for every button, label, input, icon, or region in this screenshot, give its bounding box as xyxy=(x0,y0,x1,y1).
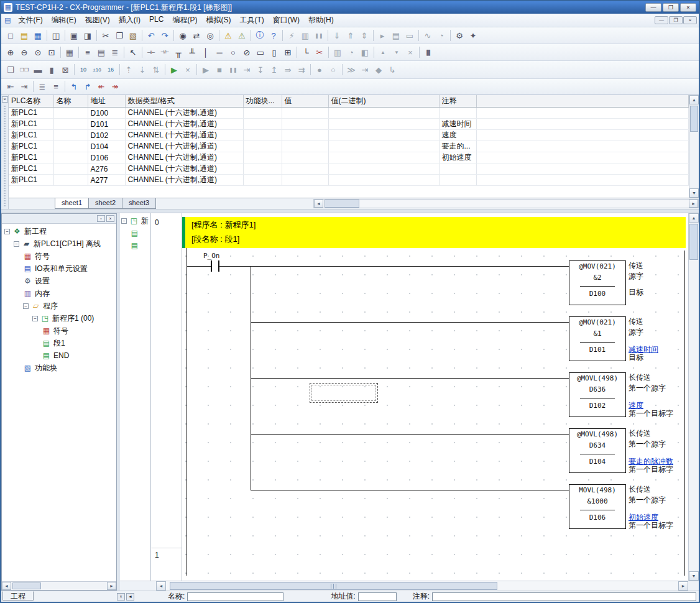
set-bit-icon[interactable]: ⇡ xyxy=(122,63,136,76)
menu-item-9[interactable]: 帮助(H) xyxy=(304,14,338,27)
diff-monitor-icon[interactable]: ◧ xyxy=(358,46,372,59)
cut-icon[interactable]: ✂ xyxy=(99,29,113,42)
data-trace-icon[interactable]: ∿ xyxy=(421,29,435,42)
find-next-icon[interactable]: ◎ xyxy=(203,29,217,42)
watch-column-header-3[interactable]: 数据类型/格式 xyxy=(125,95,243,108)
monitor-window-icon[interactable]: ▥ xyxy=(331,46,344,59)
project-hscrollbar[interactable]: ◄ ► xyxy=(2,581,116,590)
help-icon[interactable]: ? xyxy=(267,29,280,42)
watch-column-header-7[interactable]: 注释 xyxy=(439,95,476,108)
rung-comment-list-icon[interactable]: ≣ xyxy=(35,80,49,93)
vertical-line-icon[interactable]: │ xyxy=(199,46,213,59)
go-to-end-icon[interactable]: ⇥ xyxy=(358,63,372,76)
tree-node[interactable]: −▱程序 xyxy=(2,300,116,312)
device-change-icon[interactable]: ◫ xyxy=(49,29,63,42)
menu-item-6[interactable]: 模拟(S) xyxy=(201,14,235,27)
watch-row[interactable]: 新PLC1D101CHANNEL (十六进制,通道)减速时间 xyxy=(9,119,689,130)
function-block-invoke-icon[interactable]: ▯ xyxy=(267,46,281,59)
scroll-down-icon[interactable]: ▼ xyxy=(689,188,699,198)
monitor-mode-icon[interactable]: ▤ xyxy=(389,29,403,42)
ladder-canvas[interactable]: [程序名 : 新程序1] [段名称 : 段1] P_On @MOV(021)&2… xyxy=(182,213,688,581)
close-icon[interactable]: × xyxy=(106,215,114,222)
tree-node[interactable]: ▦符号 xyxy=(2,250,116,262)
zoom-in-icon[interactable]: ⊕ xyxy=(4,46,17,59)
drag-handle[interactable] xyxy=(4,106,6,208)
new-view-icon[interactable]: ❒ xyxy=(4,63,17,76)
reset-bit-icon[interactable]: ⇣ xyxy=(136,63,149,76)
close-view-icon[interactable]: ⊠ xyxy=(58,63,72,76)
menu-item-1[interactable]: 编辑(E) xyxy=(47,14,81,27)
ladder-hscrollbar[interactable]: ◄ ► xyxy=(120,581,699,591)
io-comment-view-icon[interactable]: ≣ xyxy=(108,46,122,59)
zoom-out-icon[interactable]: ⊖ xyxy=(17,46,31,59)
continuous-step-icon[interactable]: ⇛ xyxy=(281,63,295,76)
set-breakpoint-icon[interactable]: ● xyxy=(313,63,326,76)
go-to-rung-icon[interactable]: ≫ xyxy=(344,63,358,76)
name-input[interactable] xyxy=(187,592,283,601)
line-mode-icon[interactable]: └ xyxy=(299,46,313,59)
cross-reference-icon[interactable]: ≡ xyxy=(49,80,63,93)
fb-parameter-icon[interactable]: ⊞ xyxy=(281,46,295,59)
coil-icon[interactable]: ○ xyxy=(226,46,240,59)
instruction-box-icon[interactable]: ▭ xyxy=(254,46,267,59)
horizontal-line-icon[interactable]: ─ xyxy=(213,46,226,59)
run-icon[interactable]: ▶ xyxy=(199,63,213,76)
scroll-right-icon[interactable]: ► xyxy=(678,581,688,591)
print-icon[interactable]: ▣ xyxy=(67,29,81,42)
zoom-fit-icon[interactable]: ⊡ xyxy=(45,46,58,59)
expander-icon[interactable]: − xyxy=(121,218,127,224)
scroll-track[interactable] xyxy=(11,582,107,590)
tree-node[interactable]: −◳新程序1 (00) xyxy=(2,312,116,325)
step-out-icon[interactable]: ↥ xyxy=(267,63,281,76)
section-node[interactable]: ▤ xyxy=(120,239,150,252)
scroll-thumb[interactable] xyxy=(325,200,359,208)
menu-item-8[interactable]: 窗口(W) xyxy=(269,14,304,27)
options-icon[interactable]: ⚙ xyxy=(453,29,466,42)
expander-icon[interactable]: − xyxy=(4,229,10,234)
scroll-thumb[interactable] xyxy=(12,582,41,589)
scroll-down-icon[interactable]: ▼ xyxy=(689,571,699,581)
print-preview-icon[interactable]: ◨ xyxy=(81,29,94,42)
contact-nc-icon[interactable]: ⊣/⊢ xyxy=(158,46,172,59)
time-chart-icon[interactable]: ◔ xyxy=(435,29,448,42)
watch-window-icon[interactable]: ◔ xyxy=(344,46,358,59)
watch-column-header-5[interactable]: 值 xyxy=(282,95,328,108)
clear-breakpoints-icon[interactable]: ○ xyxy=(326,63,340,76)
menu-item-5[interactable]: 编程(P) xyxy=(168,14,201,27)
step-in-icon[interactable]: ↧ xyxy=(254,63,267,76)
tile-horizontal-icon[interactable]: ▬ xyxy=(31,63,45,76)
or-contact-nc-icon[interactable]: ╨ xyxy=(185,46,199,59)
compile-icon[interactable]: ⚠ xyxy=(221,29,235,42)
scroll-thumb[interactable] xyxy=(170,582,497,590)
replace-icon[interactable]: ⇄ xyxy=(190,29,203,42)
sheet-tab-sheet3[interactable]: sheet3 xyxy=(122,198,156,209)
redo-icon[interactable]: ↷ xyxy=(158,29,172,42)
dock-left-icon[interactable]: ◄ xyxy=(126,593,134,601)
watch-column-header-0[interactable]: PLC名称 xyxy=(9,95,53,108)
watch-row[interactable]: 新PLC1A277CHANNEL (十六进制,通道) xyxy=(9,175,689,186)
watch-row[interactable]: 新PLC1A276CHANNEL (十六进制,通道) xyxy=(9,163,689,175)
horizontal-splitter[interactable] xyxy=(1,209,699,213)
scroll-right-icon[interactable]: ► xyxy=(689,200,698,208)
scroll-thumb[interactable] xyxy=(690,106,698,132)
monitor-icon[interactable]: ▥ xyxy=(298,29,312,42)
bookmark-icon[interactable]: ◆ xyxy=(372,63,385,76)
work-online-icon[interactable]: ⚡ xyxy=(285,29,298,42)
instruction-block[interactable]: @MOVL(498)D634D104 xyxy=(569,428,626,473)
undo-icon[interactable]: ↶ xyxy=(144,29,158,42)
or-contact-no-icon[interactable]: ╥ xyxy=(172,46,185,59)
tree-node[interactable]: ▤IO表和单元设置 xyxy=(2,262,116,275)
return-icon[interactable]: ↳ xyxy=(385,63,399,76)
hex-display-icon[interactable]: 16 xyxy=(104,63,117,76)
instruction-block[interactable]: @MOV(021)&1D101 xyxy=(569,316,626,361)
transfer-to-plc-icon[interactable]: ⇓ xyxy=(330,29,344,42)
grid-icon[interactable]: ▦ xyxy=(63,46,76,59)
tree-node[interactable]: ▤END xyxy=(2,349,116,362)
decimal-display-icon[interactable]: 10 xyxy=(76,63,90,76)
watch-vscrollbar[interactable]: ▲ ▼ xyxy=(689,95,699,198)
child-window-icon[interactable]: ▤ xyxy=(3,16,14,24)
previous-output-icon[interactable]: ↞ xyxy=(94,80,108,93)
force-off-icon[interactable]: ▼ xyxy=(390,46,403,59)
pause-monitor-icon[interactable]: ❚❚ xyxy=(312,29,326,42)
watch-row[interactable]: 新PLC1D104CHANNEL (十六进制,通道)要走的... xyxy=(9,141,689,152)
